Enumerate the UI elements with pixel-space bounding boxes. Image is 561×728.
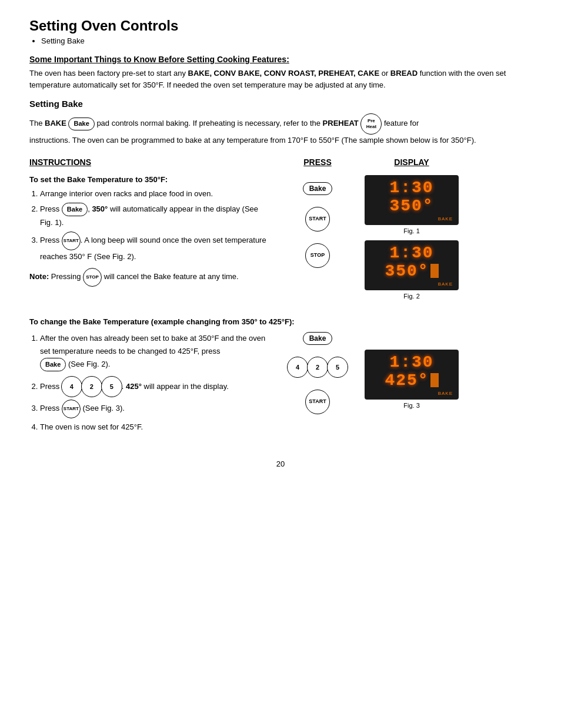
bake-press-btn-task2[interactable]: Bake bbox=[303, 332, 333, 345]
task1-steps: Arrange interior oven racks and place fo… bbox=[40, 187, 271, 263]
press-bake-task2: Bake bbox=[282, 332, 353, 345]
important-text: The oven has been factory pre-set to sta… bbox=[29, 68, 532, 90]
press-btn-4[interactable]: 4 bbox=[287, 357, 308, 378]
page-number: 20 bbox=[29, 459, 532, 468]
btn-2[interactable]: 2 bbox=[81, 376, 102, 397]
press-item-bake: Bake bbox=[282, 182, 353, 195]
bake-intro-text: The BAKE Bake pad controls normal baking… bbox=[29, 113, 532, 147]
instruction-section-2: To change the Bake Temperature (example … bbox=[29, 317, 532, 436]
display-fig2: 1:30 350° BAKE Fig. 2 bbox=[353, 240, 470, 300]
stop-label: STOP bbox=[310, 252, 325, 259]
start-press-button[interactable]: START bbox=[305, 207, 330, 232]
press-btn-5[interactable]: 5 bbox=[327, 357, 348, 378]
instructions-header: INSTRUCTIONS bbox=[29, 157, 271, 167]
display-fig1: 1:30 350° BAKE Fig. 1 bbox=[353, 175, 470, 234]
display-digits-1: 1:30 350° bbox=[370, 179, 453, 215]
start-press-btn-task2[interactable]: START bbox=[305, 390, 330, 414]
preheat-button-inline: PreHeat bbox=[360, 113, 382, 135]
display-screen-2: 1:30 350° BAKE bbox=[365, 240, 459, 290]
task2-heading: To change the Bake Temperature (example … bbox=[29, 317, 532, 326]
display-screen-1: 1:30 350° BAKE bbox=[365, 175, 459, 225]
task1-note: Note: Pressing STOP will cancel the Bake… bbox=[29, 268, 271, 287]
fig1-label: Fig. 1 bbox=[353, 227, 470, 234]
display-digits-3: 1:30 425° bbox=[370, 353, 453, 390]
start-btn-task2: START bbox=[62, 400, 81, 418]
cursor-2 bbox=[430, 264, 439, 278]
instruction-section-1: INSTRUCTIONS To set the Bake Temperature… bbox=[29, 157, 532, 306]
bake-press-button[interactable]: Bake bbox=[303, 182, 333, 195]
task2-press-col: Bake 425 START bbox=[282, 332, 353, 436]
fig2-label: Fig. 2 bbox=[353, 293, 470, 300]
page-title: Setting Oven Controls bbox=[29, 18, 532, 34]
cursor-3 bbox=[430, 373, 439, 387]
display-digits-2: 1:30 350° bbox=[370, 244, 453, 280]
task2-instructions: After the oven has already been set to b… bbox=[29, 332, 282, 436]
start-label-task2: START bbox=[309, 398, 326, 405]
display-column: DISPLAY 1:30 350° BAKE Fig. 1 1:30 350° … bbox=[353, 157, 470, 306]
fig3-label: Fig. 3 bbox=[353, 402, 470, 409]
instructions-column: INSTRUCTIONS To set the Bake Temperature… bbox=[29, 157, 282, 306]
setting-bake-heading: Setting Bake bbox=[29, 99, 532, 109]
press-item-start: START bbox=[282, 207, 353, 232]
press-btn-2[interactable]: 2 bbox=[307, 357, 328, 378]
task2-steps: After the oven has already been set to b… bbox=[40, 332, 271, 434]
start-btn-step3: START bbox=[62, 232, 81, 250]
task2-step4: The oven is now set for 425°F. bbox=[40, 421, 271, 434]
bullet-setting-bake: Setting Bake bbox=[41, 36, 532, 45]
press-header: PRESS bbox=[282, 157, 353, 167]
task2-step1: After the oven has already been set to b… bbox=[40, 332, 271, 371]
bake-label-1: BAKE bbox=[370, 216, 453, 222]
press-nums-task2: 425 bbox=[282, 357, 353, 378]
task2-step3: Press START (See Fig. 3). bbox=[40, 400, 271, 418]
task1-step2: Press Bake, 350° will automatically appe… bbox=[40, 203, 271, 229]
press-item-stop: STOP bbox=[282, 243, 353, 268]
stop-press-button[interactable]: STOP bbox=[305, 243, 330, 268]
task2-step2: Press 425 . 425° will appear in the disp… bbox=[40, 376, 271, 397]
bake-label-3: BAKE bbox=[370, 391, 453, 396]
bake-label-2: BAKE bbox=[370, 281, 453, 287]
display-screen-3: 1:30 425° BAKE bbox=[365, 350, 459, 400]
press-number-row: 425 bbox=[288, 357, 348, 378]
display-header: DISPLAY bbox=[353, 157, 470, 167]
task2-display-col: 1:30 425° BAKE Fig. 3 bbox=[353, 332, 470, 436]
task2-layout: After the oven has already been set to b… bbox=[29, 332, 532, 436]
stop-btn-note: STOP bbox=[83, 268, 102, 287]
task1-step3: Press START. A long beep will sound once… bbox=[40, 232, 271, 263]
btn-5[interactable]: 5 bbox=[101, 376, 122, 397]
bake-button-inline: Bake bbox=[68, 118, 94, 130]
press-column: PRESS Bake START STOP bbox=[282, 157, 353, 306]
press-start-task2: START bbox=[282, 390, 353, 414]
task1-heading: To set the Bake Temperature to 350°F: bbox=[29, 175, 271, 184]
important-heading: Some Important Things to Know Before Set… bbox=[29, 55, 532, 64]
num-btn-group: 425 bbox=[62, 376, 122, 397]
btn-4[interactable]: 4 bbox=[61, 376, 82, 397]
start-label: START bbox=[309, 216, 326, 222]
bake-btn-step2: Bake bbox=[62, 203, 88, 216]
display-fig3: 1:30 425° BAKE Fig. 3 bbox=[353, 350, 470, 409]
task1-step1: Arrange interior oven racks and place fo… bbox=[40, 187, 271, 200]
bake-btn-task2: Bake bbox=[40, 358, 66, 371]
